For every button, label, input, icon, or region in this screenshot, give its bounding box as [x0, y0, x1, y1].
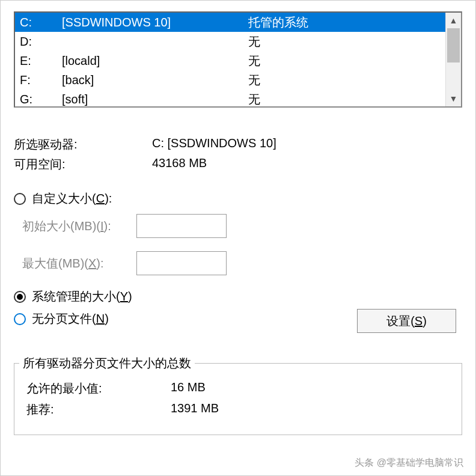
scrollbar[interactable]: ▲ ▼	[445, 13, 461, 106]
initial-size-label: 初始大小(MB)(I):	[22, 218, 136, 234]
drive-status: 无	[248, 34, 445, 50]
drive-info: 所选驱动器: C: [SSDWINDOWS 10] 可用空间: 43168 MB	[14, 136, 462, 172]
scroll-down-icon[interactable]: ▼	[446, 91, 461, 106]
totals-title: 所有驱动器分页文件大小的总数	[19, 355, 195, 371]
free-space-label: 可用空间:	[14, 156, 152, 172]
set-button[interactable]: 设置(S)	[357, 309, 456, 333]
drive-letter: E:	[20, 54, 62, 68]
recommended-value: 1391 MB	[171, 401, 219, 418]
drive-status: 无	[248, 91, 445, 107]
max-size-input[interactable]	[136, 251, 227, 275]
scroll-thumb[interactable]	[447, 28, 460, 63]
drive-letter: G:	[20, 93, 62, 106]
drive-row-g[interactable]: G: [soft] 无	[15, 90, 445, 106]
radio-icon	[14, 193, 26, 205]
totals-groupbox: 所有驱动器分页文件大小的总数 允许的最小值: 16 MB 推荐: 1391 MB	[14, 363, 462, 435]
scroll-up-icon[interactable]: ▲	[446, 13, 461, 28]
free-space-value: 43168 MB	[152, 156, 462, 172]
selected-drive-value: C: [SSDWINDOWS 10]	[152, 136, 462, 153]
initial-size-input[interactable]	[136, 214, 227, 238]
recommended-label: 推荐:	[26, 401, 171, 418]
watermark-text: 头条 @零基础学电脑常识	[355, 457, 463, 469]
system-managed-label: 系统管理的大小(Y)	[32, 288, 132, 305]
drive-volume: [locald]	[62, 54, 248, 68]
drive-status: 无	[248, 53, 445, 69]
drive-row-d[interactable]: D: 无	[15, 32, 445, 51]
scroll-track[interactable]	[446, 28, 461, 91]
min-allowed-value: 16 MB	[171, 380, 206, 397]
radio-icon	[14, 291, 26, 303]
drive-rows: C: [SSDWINDOWS 10] 托管的系统 D: 无 E: [locald…	[15, 13, 445, 106]
drive-status: 托管的系统	[248, 14, 445, 31]
drive-volume: [SSDWINDOWS 10]	[62, 16, 248, 29]
max-size-label: 最大值(MB)(X):	[22, 255, 136, 272]
drive-letter: F:	[20, 73, 62, 87]
drive-status: 无	[248, 72, 445, 88]
system-managed-radio[interactable]: 系统管理的大小(Y)	[14, 288, 462, 305]
virtual-memory-dialog: C: [SSDWINDOWS 10] 托管的系统 D: 无 E: [locald…	[0, 0, 476, 476]
drive-listbox[interactable]: C: [SSDWINDOWS 10] 托管的系统 D: 无 E: [locald…	[14, 11, 462, 108]
min-allowed-label: 允许的最小值:	[26, 380, 171, 397]
custom-size-radio[interactable]: 自定义大小(C):	[14, 191, 462, 207]
drive-row-f[interactable]: F: [back] 无	[15, 70, 445, 90]
drive-letter: C:	[20, 16, 62, 29]
drive-volume: [back]	[62, 73, 248, 87]
custom-size-label: 自定义大小(C):	[32, 191, 112, 207]
drive-volume: [soft]	[62, 93, 248, 106]
drive-row-e[interactable]: E: [locald] 无	[15, 51, 445, 70]
drive-letter: D:	[20, 35, 62, 49]
selected-drive-label: 所选驱动器:	[14, 136, 152, 153]
drive-row-c[interactable]: C: [SSDWINDOWS 10] 托管的系统	[15, 13, 445, 32]
